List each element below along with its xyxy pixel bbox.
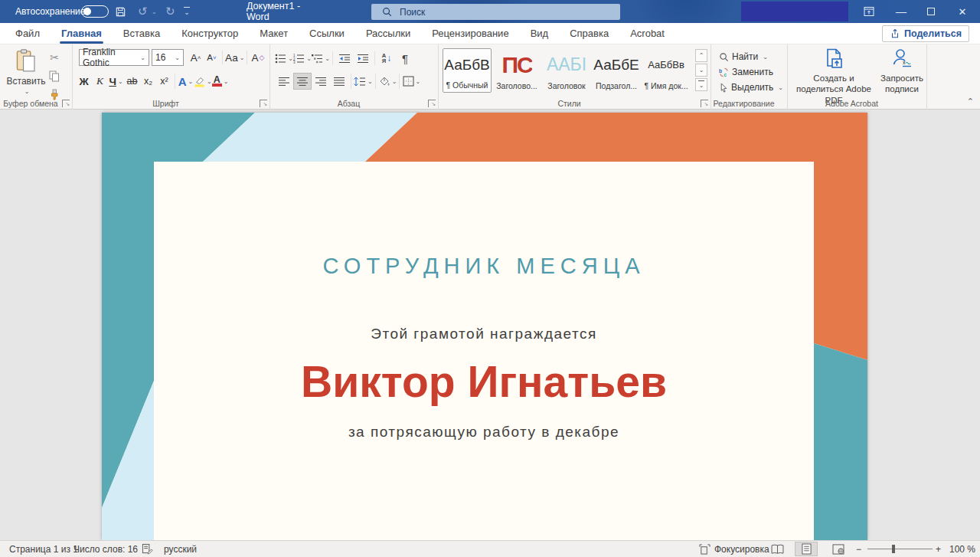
clear-formatting-button[interactable]: А◇ (250, 49, 266, 66)
highlight-button[interactable]: ⌄ (194, 73, 212, 90)
line-spacing-button[interactable]: ⌄ (354, 73, 373, 90)
read-mode-button[interactable] (766, 542, 789, 556)
word-count[interactable]: Число слов: 16 (74, 541, 138, 557)
style-card-subtitle[interactable]: АаБбЕ Подзагол... (592, 48, 641, 93)
tab-insert[interactable]: Вставка (113, 23, 171, 44)
zoom-level[interactable]: 100 % (949, 541, 975, 557)
focus-icon (699, 544, 710, 555)
pilcrow-button[interactable]: ¶ (396, 50, 414, 67)
request-signatures-button[interactable]: x Запросить подписи (878, 48, 926, 95)
italic-button[interactable]: К (92, 73, 108, 90)
grow-font-button[interactable]: А˄ (188, 49, 204, 66)
styles-group: АаБбВ ¶ Обычный ПС Заголово... ААБІ Заго… (439, 44, 711, 110)
superscript-button[interactable]: x² (156, 73, 172, 90)
share-button[interactable]: Поделиться (882, 25, 969, 42)
replace-icon: bc (719, 67, 729, 77)
strikethrough-button[interactable]: ab (124, 73, 140, 90)
save-button[interactable] (115, 0, 126, 23)
minimize-button[interactable]: — (888, 0, 914, 23)
sort-button[interactable]: АЯ↓ (377, 50, 396, 67)
redo-icon[interactable]: ↻ (165, 0, 175, 23)
zoom-slider[interactable] (867, 549, 933, 549)
shrink-font-button[interactable]: А˅ (204, 49, 220, 66)
replace-button[interactable]: bc Заменить (719, 65, 773, 79)
tab-help[interactable]: Справка (559, 23, 619, 44)
clipboard-group-label: Буфер обмена (0, 99, 61, 108)
tab-view[interactable]: Вид (520, 23, 560, 44)
tab-file[interactable]: Файл (5, 23, 51, 44)
document-page[interactable]: СОТРУДНИК МЕСЯЦА Этой грамотой награждае… (102, 113, 867, 540)
account-badge[interactable] (741, 2, 848, 21)
align-center-button[interactable] (293, 73, 312, 90)
tab-layout[interactable]: Макет (249, 23, 299, 44)
styles-dialog-launcher-icon[interactable]: ↘ (701, 100, 708, 107)
page-info[interactable]: Страница 1 из 1 (9, 541, 78, 557)
styles-gallery-expand-icon[interactable]: ⌄ (695, 78, 707, 91)
paste-dropdown-icon[interactable]: ⌄ (24, 88, 30, 95)
increase-indent-button[interactable] (354, 50, 372, 67)
focus-button[interactable]: Фокусировка (699, 541, 769, 557)
clipboard-group: Вставить ⌄ ✂ Буфер обмена ↘ (0, 44, 73, 110)
multilevel-list-button[interactable]: ⌄ (312, 50, 330, 67)
shading-button[interactable]: ⌄ (378, 73, 397, 90)
language-status[interactable]: русский (164, 541, 197, 557)
tab-mailings[interactable]: Рассылки (355, 23, 421, 44)
font-size-select[interactable]: 16⌄ (152, 49, 184, 66)
undo-icon[interactable]: ↺ (138, 0, 148, 23)
search-icon (382, 7, 392, 17)
style-card-heading1[interactable]: ПС Заголово... (492, 48, 541, 93)
quick-access-customize-icon[interactable]: ⌄ (184, 0, 190, 23)
paragraph-dialog-launcher-icon[interactable]: ↘ (428, 100, 436, 107)
change-case-button[interactable]: Аа⌄ (225, 49, 244, 66)
font-name-select[interactable]: Franklin Gothic⌄ (79, 49, 149, 66)
collapse-ribbon-icon[interactable]: ⌃ (967, 97, 974, 106)
font-color-button[interactable]: А⌄ (212, 73, 229, 90)
subscript-button[interactable]: x₂ (140, 73, 156, 90)
ribbon-display-options-icon[interactable] (856, 0, 882, 23)
bullets-button[interactable]: ⌄ (275, 50, 293, 67)
zoom-out-button[interactable]: − (856, 541, 861, 557)
style-card-normal[interactable]: АаБбВ ¶ Обычный (443, 48, 492, 93)
highlighter-icon (194, 76, 205, 87)
tab-references[interactable]: Ссылки (299, 23, 355, 44)
web-layout-button[interactable] (827, 542, 850, 556)
underline-button[interactable]: Ч⌄ (108, 73, 124, 90)
decrease-indent-button[interactable] (335, 50, 354, 67)
proofing-icon[interactable] (142, 541, 153, 557)
paste-button[interactable]: Вставить ⌄ (8, 49, 44, 100)
undo-chevron-icon[interactable]: ⌄ (152, 0, 157, 23)
align-right-button[interactable] (312, 73, 330, 90)
tab-acrobat[interactable]: Acrobat (619, 23, 675, 44)
bold-button[interactable]: Ж (76, 73, 92, 90)
paragraph-group: ⌄ 123⌄ ⌄ АЯ↓ ¶ (270, 44, 439, 110)
style-card-docname[interactable]: АаБбВв ¶ Имя док... (642, 48, 691, 93)
select-button[interactable]: Выделить⌄ (719, 80, 783, 94)
autosave-toggle[interactable] (81, 5, 109, 18)
font-dialog-launcher-icon[interactable]: ↘ (260, 100, 267, 107)
copy-button[interactable] (46, 69, 63, 83)
zoom-slider-handle[interactable] (892, 545, 895, 553)
borders-button[interactable]: ⌄ (402, 73, 420, 90)
search-input[interactable]: Поиск (371, 4, 620, 20)
tab-review[interactable]: Рецензирование (421, 23, 519, 44)
eraser-icon: ◇ (259, 54, 264, 61)
tab-design[interactable]: Конструктор (171, 23, 249, 44)
close-button[interactable]: ✕ (949, 0, 975, 23)
styles-scroll-down-icon[interactable]: ⌄ (695, 64, 707, 77)
cut-button[interactable]: ✂ (46, 51, 63, 64)
zoom-in-button[interactable]: + (936, 541, 941, 557)
maximize-button[interactable] (918, 0, 944, 23)
justify-button[interactable] (330, 73, 348, 90)
create-pdf-button[interactable]: Создать и поделиться Adobe PDF (789, 48, 878, 106)
style-card-heading2[interactable]: ААБІ Заголовок (542, 48, 591, 93)
certificate-heading: СОТРУДНИК МЕСЯЦА (154, 254, 814, 279)
styles-scroll-up-icon[interactable]: ⌃ (695, 49, 707, 62)
numbering-button[interactable]: 123⌄ (293, 50, 312, 67)
tab-home[interactable]: Главная (51, 23, 113, 44)
text-effects-button[interactable]: А⌄ (178, 73, 194, 90)
align-left-button[interactable] (275, 73, 293, 90)
print-layout-button[interactable] (795, 542, 818, 556)
sort-arrow-icon: ↓ (387, 53, 391, 64)
find-button[interactable]: Найти⌄ (719, 50, 768, 64)
clipboard-dialog-launcher-icon[interactable]: ↘ (62, 100, 70, 107)
